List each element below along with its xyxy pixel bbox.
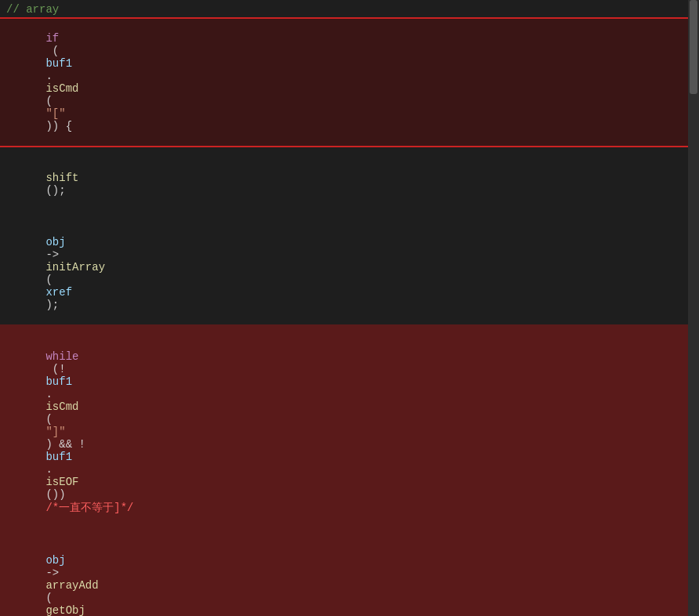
code-line-1: // array <box>0 0 699 19</box>
code-line-2: if ( buf1 . isCmd ( "[" )) { <box>0 19 699 146</box>
scrollbar-thumb[interactable] <box>690 0 697 94</box>
vertical-scrollbar[interactable] <box>688 0 699 616</box>
code-line-5: while (! buf1 . isCmd ( "]" ) && ! buf1 … <box>0 324 699 528</box>
code-line-3: shift (); <box>0 146 699 210</box>
code-line-4: obj -> initArray ( xref ); <box>0 210 699 324</box>
code-editor: // array if ( buf1 . isCmd ( "[" )) { sh… <box>0 0 699 616</box>
code-line-6: obj -> arrayAdd ( getObj (& obj2 , fileK… <box>0 528 699 616</box>
